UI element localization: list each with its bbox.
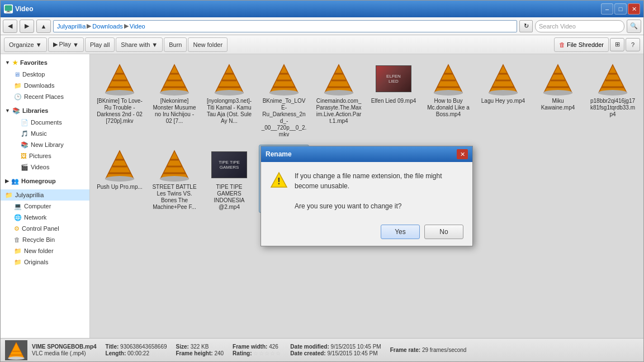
rating-stars: ☆☆☆☆☆ <box>253 350 281 356</box>
dialog-body: ! If you change a file name extension, t… <box>261 162 472 220</box>
user-icon: 📁 <box>5 192 13 199</box>
window-title: Video <box>15 5 33 13</box>
sidebar-item-julyaprillia[interactable]: 📁 Julyaprillia <box>1 189 89 201</box>
sidebar-item-documents[interactable]: 📄 Documents <box>1 117 89 128</box>
play-button[interactable]: ▶ Play ▼ <box>48 37 84 52</box>
close-button[interactable]: ✕ <box>628 3 640 15</box>
control-panel-icon: ⚙ <box>14 225 20 232</box>
no-button[interactable]: No <box>424 225 463 239</box>
homegroup-icon: 👥 <box>11 178 19 185</box>
window-icon <box>4 4 13 13</box>
view-options-button[interactable]: ⊞ <box>610 38 624 51</box>
new-library-icon: 📚 <box>21 141 29 149</box>
sidebar-item-downloads[interactable]: 📁 Downloads <box>1 80 89 91</box>
refresh-button[interactable]: ↻ <box>519 20 533 32</box>
main-area: ▼ ★ Favorites 🖥 Desktop 📁 Downloads 🕒 Re… <box>1 54 643 338</box>
favorites-star-icon: ★ <box>12 59 18 66</box>
libraries-header[interactable]: ▼ 📚 Libraries <box>1 104 89 117</box>
status-filetype: VLC media file (.mp4) <box>32 350 97 356</box>
libraries-section: ▼ 📚 Libraries 📄 Documents 🎵 Music 📚 New … <box>1 104 89 173</box>
back-button[interactable]: ◀ <box>3 20 17 33</box>
sidebar: ▼ ★ Favorites 🖥 Desktop 📁 Downloads 🕒 Re… <box>1 54 90 338</box>
sidebar-item-recycle-bin[interactable]: 🗑 Recycle Bin <box>1 234 89 245</box>
desktop-icon: 🖥 <box>14 71 20 78</box>
svg-rect-2 <box>6 12 11 12</box>
originals-icon: 📁 <box>14 259 22 266</box>
documents-icon: 📄 <box>21 119 29 126</box>
titlebar: Video – □ ✕ <box>1 1 643 17</box>
burn-button[interactable]: Burn <box>164 37 187 52</box>
search-placeholder: Search Video <box>539 23 576 30</box>
svg-marker-66 <box>8 342 24 358</box>
svg-rect-1 <box>7 11 10 12</box>
status-info: VIME SPONGEBOB.mp4 VLC media file (.mp4)… <box>32 344 639 356</box>
recent-places-icon: 🕒 <box>14 93 22 101</box>
up-button[interactable]: ▲ <box>36 20 51 33</box>
yes-button[interactable]: Yes <box>381 225 420 239</box>
recycle-bin-icon: 🗑 <box>14 236 20 243</box>
favorites-header[interactable]: ▼ ★ Favorites <box>1 56 89 69</box>
search-box[interactable]: Search Video <box>535 20 624 32</box>
status-name-col: VIME SPONGEBOB.mp4 VLC media file (.mp4) <box>32 344 97 356</box>
sidebar-item-new-library[interactable]: 📚 New Library <box>1 139 89 150</box>
sidebar-item-videos[interactable]: 🎬 Videos <box>1 161 89 173</box>
dialog-footer: Yes No <box>261 220 472 246</box>
svg-rect-0 <box>5 6 12 11</box>
toolbar: Organize ▼ ▶ Play ▼ Play all Share with … <box>1 35 643 54</box>
sidebar-item-music[interactable]: 🎵 Music <box>1 128 89 139</box>
rename-dialog: Rename ✕ ! If you change a file name ext… <box>261 146 473 246</box>
homegroup-header[interactable]: ▶ 👥 Homegroup <box>1 175 89 187</box>
titlebar-controls: – □ ✕ <box>601 3 640 15</box>
favorites-section: ▼ ★ Favorites 🖥 Desktop 📁 Downloads 🕒 Re… <box>1 56 89 102</box>
main-window: Video – □ ✕ ◀ ▶ ▲ Julyaprillia ▶ Downloa… <box>0 0 644 362</box>
dialog-overlay: Rename ✕ ! If you change a file name ext… <box>90 54 643 338</box>
downloads-folder-icon: 📁 <box>14 82 22 89</box>
breadcrumb-downloads[interactable]: Downloads <box>92 23 122 30</box>
sidebar-item-computer[interactable]: 💻 Computer <box>1 201 89 212</box>
sidebar-item-recent-places[interactable]: 🕒 Recent Places <box>1 91 89 102</box>
play-all-button[interactable]: Play all <box>85 37 115 52</box>
dialog-message-line1: If you change a file name extension, the… <box>295 171 463 191</box>
sidebar-item-desktop[interactable]: 🖥 Desktop <box>1 69 89 80</box>
organize-button[interactable]: Organize ▼ <box>4 37 47 52</box>
sidebar-item-originals[interactable]: 📁 Originals <box>1 256 89 268</box>
new-folder-icon: 📁 <box>14 247 22 255</box>
help-button[interactable]: ? <box>626 38 640 51</box>
status-thumbnail <box>5 340 27 360</box>
dialog-title: Rename <box>266 150 292 158</box>
homegroup-section: ▶ 👥 Homegroup <box>1 175 89 187</box>
share-with-button[interactable]: Share with ▼ <box>116 37 163 52</box>
sidebar-item-new-folder[interactable]: 📁 New folder <box>1 245 89 256</box>
sidebar-item-network[interactable]: 🌐 Network <box>1 212 89 223</box>
statusbar: VIME SPONGEBOB.mp4 VLC media file (.mp4)… <box>1 338 643 361</box>
status-filename: VIME SPONGEBOB.mp4 <box>32 344 97 350</box>
dialog-close-button[interactable]: ✕ <box>457 149 468 159</box>
minimize-button[interactable]: – <box>601 3 613 15</box>
file-area: [BKnime] To Love-Ru Trouble - Darkness 2… <box>90 54 643 338</box>
new-folder-button[interactable]: New folder <box>188 37 228 52</box>
forward-button[interactable]: ▶ <box>20 20 34 33</box>
videos-icon: 🎬 <box>21 164 29 171</box>
network-icon: 🌐 <box>14 214 22 221</box>
computer-section: 📁 Julyaprillia 💻 Computer 🌐 Network ⚙ Co… <box>1 189 89 268</box>
sidebar-item-pictures[interactable]: 🖼 Pictures <box>1 150 89 161</box>
dialog-titlebar: Rename ✕ <box>261 146 472 162</box>
address-path[interactable]: Julyaprillia ▶ Downloads ▶ Video <box>53 20 517 32</box>
sidebar-item-control-panel[interactable]: ⚙ Control Panel <box>1 223 89 234</box>
libraries-icon: 📚 <box>12 107 20 115</box>
breadcrumb-julyaprillia[interactable]: Julyaprillia <box>57 23 86 30</box>
svg-text:!: ! <box>277 177 280 186</box>
search-button[interactable]: 🔍 <box>627 20 641 33</box>
warning-icon: ! <box>270 171 288 189</box>
computer-icon: 💻 <box>14 203 22 210</box>
maximize-button[interactable]: □ <box>614 3 627 15</box>
addressbar: ◀ ▶ ▲ Julyaprillia ▶ Downloads ▶ Video ↻… <box>1 17 643 35</box>
dialog-message-line2: Are you sure you want to change it? <box>295 201 463 211</box>
pictures-icon: 🖼 <box>21 153 27 159</box>
music-icon: 🎵 <box>21 130 29 137</box>
file-shredder-button[interactable]: 🗑 File Shredder <box>554 37 609 52</box>
breadcrumb-video[interactable]: Video <box>130 23 145 30</box>
svg-point-69 <box>8 356 24 360</box>
titlebar-left: Video <box>4 4 33 13</box>
